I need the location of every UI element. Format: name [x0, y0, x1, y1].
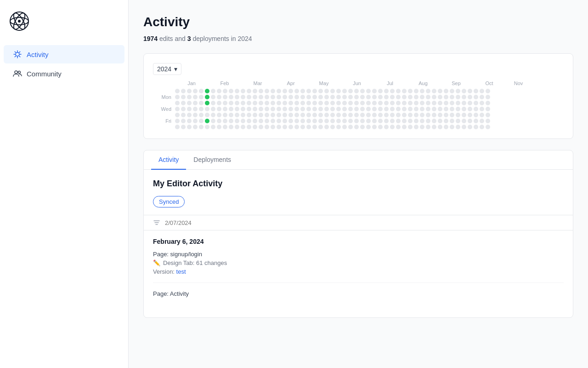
heatmap-dot [414, 101, 418, 105]
version-label-1: Version: [153, 268, 175, 275]
heatmap-dot [420, 113, 424, 117]
heatmap-dot [229, 101, 233, 105]
deployments-label: deployments in 2024 [192, 35, 252, 42]
heatmap-dot [420, 107, 424, 111]
heatmap-dot [378, 101, 383, 105]
heatmap-dot [414, 89, 418, 93]
heatmap-dot [235, 101, 239, 105]
month-label-jul: Jul [373, 80, 407, 86]
heatmap-dot [414, 107, 418, 111]
sidebar-item-community[interactable]: Community [4, 64, 124, 83]
heatmap-dot [372, 101, 377, 105]
stats-summary: 1974 edits and 3 deployments in 2024 [143, 35, 573, 42]
heatmap-dot [259, 113, 263, 117]
heatmap-dot [211, 119, 215, 123]
heatmap-dot [324, 107, 329, 111]
heatmap-dot [462, 125, 466, 129]
heatmap-dot [235, 95, 239, 99]
heatmap-dot [378, 113, 383, 117]
heatmap-dot [402, 89, 407, 93]
synced-badge[interactable]: Synced [153, 196, 185, 207]
heatmap-dot [408, 113, 413, 117]
heatmap-dot [277, 113, 281, 117]
edits-count: 1974 [143, 35, 158, 42]
heatmap-dot [330, 95, 335, 99]
heatmap-dot [205, 119, 209, 123]
heatmap-dot [474, 119, 478, 123]
heatmap-dot [420, 125, 424, 129]
heatmap-dot [247, 125, 251, 129]
heatmap-dot [420, 101, 424, 105]
heatmap-dot [277, 125, 281, 129]
heatmap-dot [384, 125, 389, 129]
heatmap-dot [378, 107, 383, 111]
sidebar-item-activity[interactable]: Activity [4, 45, 124, 63]
heatmap-dot [390, 95, 395, 99]
heatmap-dot [223, 89, 227, 93]
dots-row-mon [175, 95, 564, 99]
heatmap-dot [360, 101, 365, 105]
heatmap-dot [372, 89, 377, 93]
heatmap-row-tue [153, 101, 564, 105]
svg-point-4 [18, 20, 21, 23]
heatmap-dot [217, 101, 221, 105]
activity-entry-1: Page: signup/login ✏️ Design Tab: 61 cha… [153, 251, 564, 283]
heatmap-dot [253, 125, 257, 129]
heatmap-dot [330, 125, 335, 129]
heatmap-dot [288, 113, 293, 117]
heatmap-dot [360, 125, 365, 129]
heatmap-dot [402, 125, 407, 129]
heatmap-dot [241, 101, 245, 105]
heatmap-dot [211, 125, 215, 129]
heatmap-dot [187, 95, 192, 99]
heatmap-dot [348, 113, 353, 117]
heatmap-dot [354, 95, 359, 99]
heatmap-dot [187, 107, 192, 111]
heatmap-dot [354, 119, 359, 123]
month-label-sep: Sep [440, 80, 473, 86]
heatmap-dot [294, 113, 299, 117]
heatmap-dot [283, 95, 287, 99]
heatmap-dot [348, 125, 353, 129]
heatmap-dot [300, 113, 305, 117]
heatmap-dot [283, 119, 287, 123]
heatmap-dot [271, 95, 275, 99]
heatmap-dot [474, 89, 478, 93]
heatmap-dot [468, 101, 472, 105]
heatmap-dot [187, 119, 192, 123]
heatmap-dot [372, 119, 377, 123]
heatmap-dot [354, 101, 359, 105]
heatmap-dot [265, 119, 269, 123]
heatmap-dot [390, 125, 395, 129]
heatmap-dot [426, 89, 430, 93]
app-logo [9, 11, 29, 31]
heatmap-dot [468, 119, 472, 123]
tab-activity[interactable]: Activity [151, 150, 186, 170]
heatmap-dot [342, 95, 347, 99]
heatmap-dot [396, 101, 401, 105]
heatmap-dot [468, 125, 472, 129]
heatmap-dot [223, 107, 227, 111]
heatmap-dot [468, 113, 472, 117]
heatmap-dot [259, 119, 263, 123]
heatmap-dot [294, 125, 299, 129]
heatmap-dot [277, 107, 281, 111]
heatmap-dot [271, 125, 275, 129]
activity-card: Activity Deployments My Editor Activity … [143, 150, 573, 318]
heatmap-dot [342, 113, 347, 117]
heatmap-dot [486, 125, 490, 129]
year-selector[interactable]: 2024 ▾ [153, 63, 181, 75]
heatmap-dot [456, 119, 460, 123]
heatmap-dot [300, 107, 305, 111]
pencil-icon: ✏️ [153, 259, 160, 266]
heatmap-dot [360, 113, 365, 117]
version-link-1[interactable]: test [176, 268, 186, 275]
tab-deployments[interactable]: Deployments [186, 150, 238, 170]
heatmap-dot [486, 119, 490, 123]
heatmap-dot [366, 101, 371, 105]
heatmap-dot [444, 101, 448, 105]
date-filter-input[interactable] [165, 219, 242, 226]
heatmap-dot [217, 125, 221, 129]
heatmap-dot [241, 119, 245, 123]
heatmap-dot [450, 125, 454, 129]
